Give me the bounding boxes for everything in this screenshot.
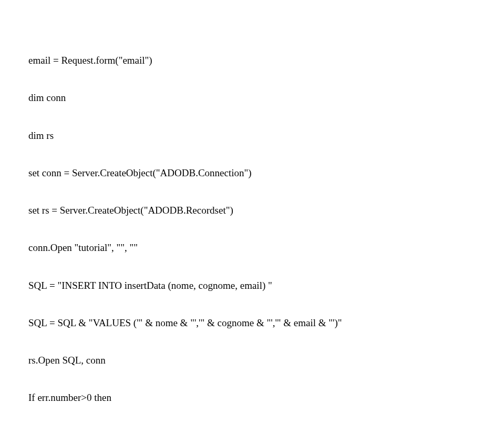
code-line: set conn = Server.CreateObject("ADODB.Co…	[28, 167, 498, 179]
code-document: email = Request.form("email") dim conn d…	[6, 4, 498, 423]
code-line: conn.Open "tutorial", "", ""	[28, 241, 498, 254]
code-line: SQL = SQL & "VALUES ('" & nome & "','" &…	[28, 317, 498, 329]
code-line: SQL = "INSERT INTO insertData (nome, cog…	[28, 279, 498, 292]
indented-block: email = Request.form("email") dim conn d…	[6, 29, 498, 424]
code-line: rs.Open SQL, conn	[28, 354, 498, 367]
code-line: set rs = Server.CreateObject("ADODB.Reco…	[28, 204, 498, 217]
code-line: If err.number>0 then	[28, 391, 498, 404]
code-line: dim rs	[28, 129, 498, 142]
code-line: email = Request.form("email")	[28, 54, 498, 67]
code-line: dim conn	[28, 92, 498, 104]
